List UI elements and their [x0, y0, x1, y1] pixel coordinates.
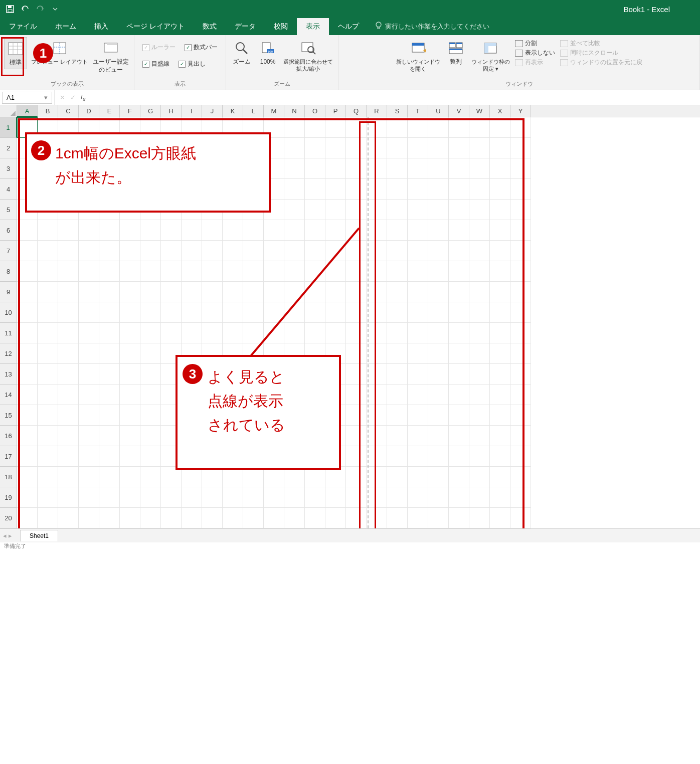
svg-rect-2 — [8, 10, 12, 12]
formula-bar-checkbox[interactable]: ✓数式バー — [185, 43, 218, 52]
name-box-value: A1 — [7, 94, 15, 101]
save-icon[interactable] — [3, 2, 17, 16]
zoom-icon — [233, 39, 251, 57]
sheet-tab-bar: ◂ ▸ Sheet1 — [0, 528, 700, 542]
sheet-tab-sheet1[interactable]: Sheet1 — [20, 530, 58, 541]
freeze-panes-button[interactable]: ウィンドウ枠の 固定 ▾ — [470, 37, 511, 75]
lightbulb-icon — [375, 22, 382, 31]
fx-icon[interactable]: fx — [81, 93, 85, 102]
window-title: Book1 - Excel — [62, 5, 700, 14]
tab-page-layout[interactable]: ページ レイアウト — [117, 18, 194, 35]
formula-bar-row: A1 ▾ ✕ ✓ fx — [0, 90, 700, 105]
annotation-badge-1: 1 — [33, 43, 53, 63]
tab-insert[interactable]: 挿入 — [85, 18, 117, 35]
svg-rect-10 — [54, 43, 66, 54]
reset-window-position-button: ウィンドウの位置を元に戻 — [560, 58, 642, 67]
zoom-button[interactable]: ズーム — [230, 37, 253, 68]
zoom-to-selection-button[interactable]: 選択範囲に合わせて 拡大/縮小 — [282, 37, 334, 75]
custom-views-label-1: ユーザー設定 — [93, 58, 129, 66]
svg-point-15 — [236, 43, 244, 51]
new-window-icon: ✦ — [409, 39, 427, 57]
svg-text:100: 100 — [268, 50, 273, 53]
sheet-grid: ABCDEFGHIJKLMNOPQRSTUVWXY 12345678910111… — [0, 105, 700, 528]
annotation-frame-normal-button — [1, 37, 24, 76]
view-side-by-side-button: 並べて比較 — [560, 39, 642, 48]
zoom-100-icon: 100 — [259, 39, 277, 57]
svg-rect-14 — [107, 43, 117, 45]
zoom-100-button[interactable]: 100 100% — [256, 37, 279, 68]
qat-customize-icon[interactable] — [48, 2, 62, 16]
arrange-all-icon — [447, 39, 465, 57]
svg-rect-34 — [484, 43, 496, 46]
freeze-panes-icon — [481, 39, 499, 57]
page-break-preview-icon — [51, 39, 69, 57]
ribbon-group-label-views: ブックの表示 — [51, 79, 84, 89]
zoom-label: ズーム — [233, 58, 251, 66]
svg-point-3 — [376, 22, 381, 27]
tell-me-label: 実行したい作業を入力してください — [385, 22, 489, 31]
headings-checkbox[interactable]: ✓見出し — [179, 60, 206, 68]
formula-input[interactable] — [90, 92, 700, 104]
cancel-formula-icon: ✕ — [60, 94, 65, 101]
new-window-button[interactable]: ✦ 新しいウィンドウ を開く — [395, 37, 441, 75]
custom-views-icon — [102, 39, 120, 57]
ribbon-tabs: ファイル ホーム 挿入 ページ レイアウト 数式 データ 校閲 表示 ヘルプ 実… — [0, 18, 700, 35]
svg-rect-24 — [412, 43, 424, 46]
svg-rect-4 — [378, 27, 380, 29]
ribbon-group-label-zoom: ズーム — [274, 79, 290, 89]
tab-review[interactable]: 校閲 — [265, 18, 297, 35]
svg-line-35 — [251, 228, 359, 356]
ribbon-group-label-show: 表示 — [174, 79, 186, 89]
ribbon-group-window: ✦ 新しいウィンドウ を開く 整列 ウィンドウ枠の 固定 ▾ 分割 表示しない … — [338, 35, 700, 90]
svg-text:✦: ✦ — [422, 47, 426, 55]
svg-line-16 — [243, 50, 247, 54]
svg-rect-31 — [449, 49, 462, 50]
tab-data[interactable]: データ — [226, 18, 265, 35]
name-box-dropdown-icon[interactable]: ▾ — [44, 94, 48, 101]
custom-views-label-2: のビュー — [99, 66, 123, 74]
annotation-text-3: よく見ると 点線が表示 されている — [208, 365, 285, 437]
tab-formulas[interactable]: 数式 — [194, 18, 226, 35]
ruler-checkbox: ✓ルーラー — [142, 43, 176, 52]
sheet-nav[interactable]: ◂ ▸ — [3, 532, 12, 539]
ribbon-group-label-window: ウィンドウ — [505, 79, 533, 89]
undo-icon[interactable] — [18, 2, 32, 16]
svg-rect-1 — [8, 6, 12, 8]
zoom-to-selection-icon — [299, 39, 317, 57]
tab-view[interactable]: 表示 — [297, 18, 329, 35]
custom-views-button[interactable]: ユーザー設定 のビュー — [92, 37, 130, 76]
split-button[interactable]: 分割 — [515, 39, 555, 48]
tab-help[interactable]: ヘルプ — [329, 18, 368, 35]
ribbon-group-zoom: ズーム 100 100% 選択範囲に合わせて 拡大/縮小 ズーム — [226, 35, 338, 90]
gridlines-checkbox[interactable]: ✓目盛線 — [142, 60, 169, 68]
tab-file[interactable]: ファイル — [0, 18, 46, 35]
svg-rect-30 — [456, 43, 462, 44]
name-box[interactable]: A1 ▾ — [2, 92, 52, 104]
hide-button[interactable]: 表示しない — [515, 49, 555, 57]
synchronous-scrolling-button: 同時にスクロール — [560, 49, 642, 57]
arrange-all-button[interactable]: 整列 — [444, 37, 467, 68]
enter-formula-icon: ✓ — [70, 94, 76, 101]
quick-access-toolbar — [0, 2, 62, 16]
title-bar: Book1 - Excel — [0, 0, 700, 18]
svg-rect-29 — [449, 43, 455, 44]
annotation-badge-3: 3 — [183, 364, 203, 384]
unhide-button: 再表示 — [515, 58, 555, 67]
zoom-to-selection-label-1: 選択範囲に合わせて — [283, 58, 333, 65]
new-sheet-button[interactable] — [59, 530, 77, 542]
tell-me[interactable]: 実行したい作業を入力してください — [368, 18, 496, 35]
ribbon-group-show: ✓ルーラー ✓数式バー ✓目盛線 ✓見出し 表示 — [134, 35, 226, 90]
zoom-to-selection-label-2: 拡大/縮小 — [296, 65, 320, 72]
redo-icon[interactable] — [33, 2, 47, 16]
annotation-connector — [0, 105, 527, 550]
tab-home[interactable]: ホーム — [46, 18, 85, 35]
zoom-100-label: 100% — [260, 58, 276, 66]
ribbon: 標準 プレビュー レイアウト ユーザー設定 のビュー ブックの表示 ✓ルーラー … — [0, 35, 700, 90]
svg-line-22 — [313, 52, 315, 54]
